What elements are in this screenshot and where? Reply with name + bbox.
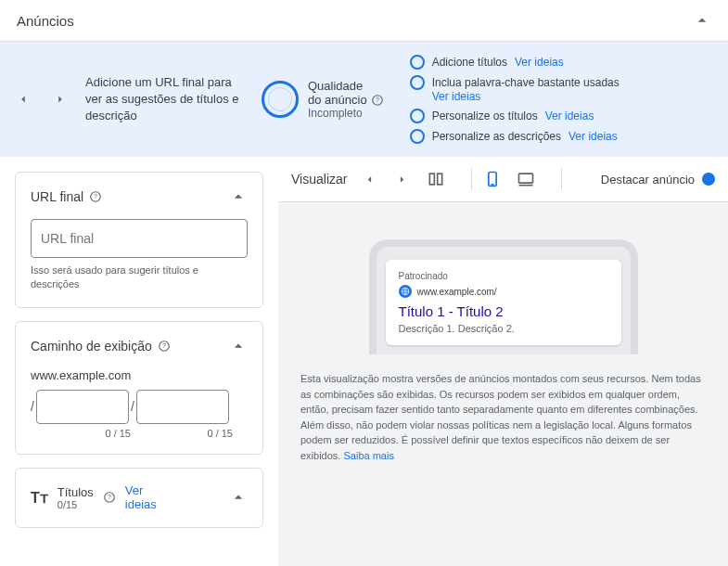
display-path-card: Caminho de exibição ? www.example.com / … — [15, 321, 263, 455]
help-icon[interactable]: ? — [89, 190, 102, 203]
svg-rect-9 — [438, 174, 442, 185]
path-input-2[interactable] — [136, 390, 229, 424]
collapse-icon[interactable] — [693, 11, 711, 30]
url-final-hint: Isso será usado para sugerir títulos e d… — [31, 264, 248, 292]
mobile-icon[interactable] — [483, 170, 502, 188]
ad-title: Título 1 - Título 2 — [399, 303, 608, 319]
radio-icon[interactable] — [410, 109, 425, 123]
suggestion-link[interactable]: Ver ideias — [432, 90, 481, 103]
svg-text:?: ? — [162, 342, 166, 349]
ad-preview-card: Patrocinado www.example.com/ Título 1 - … — [386, 260, 621, 345]
sponsored-label: Patrocinado — [399, 271, 608, 281]
path-counter-2: 0 / 15 — [140, 428, 233, 439]
svg-text:?: ? — [108, 495, 111, 501]
svg-text:?: ? — [376, 96, 379, 103]
quality-circle-icon — [262, 81, 299, 118]
suggestion-label: Personalize os títulos — [432, 109, 538, 122]
columns-icon[interactable] — [427, 170, 445, 188]
card-title: Caminho de exibição — [31, 339, 152, 354]
quality-status: Incompleto — [308, 107, 384, 120]
info-banner: Adicione um URL final para ver as sugest… — [0, 42, 728, 157]
titulos-card: Tᴛ Títulos 0/15 ? Ver ideias — [15, 468, 263, 528]
radio-icon[interactable] — [410, 75, 425, 90]
suggestions-list: Adicione títulos Ver ideias Inclua palav… — [410, 55, 619, 144]
path-counter-1: 0 / 15 — [38, 428, 131, 439]
suggestion-label: Inclua palavra-chave bastante usadas — [432, 76, 619, 89]
url-final-card: URL final ? Isso será usado para sugerir… — [15, 172, 263, 308]
right-column: Visualizar Destacar anúncio Patrocinado — [278, 157, 728, 566]
toolbar-divider — [471, 168, 472, 190]
phone-frame: Patrocinado www.example.com/ Título 1 - … — [369, 239, 638, 354]
ad-url: www.example.com/ — [417, 287, 497, 297]
titles-icon: Tᴛ — [31, 489, 48, 507]
suggestion-row: Personalize as descrições Ver ideias — [410, 129, 619, 144]
card-title: URL final — [31, 189, 83, 204]
main-content: URL final ? Isso será usado para sugerir… — [0, 157, 728, 566]
preview-disclaimer: Esta visualização mostra versões de anún… — [297, 354, 709, 463]
ad-description: Descrição 1. Descrição 2. — [399, 323, 608, 334]
toolbar-divider — [561, 168, 562, 190]
radio-icon[interactable] — [410, 129, 425, 144]
destacar-label: Destacar anúncio — [601, 173, 695, 187]
suggestion-link[interactable]: Ver ideias — [545, 109, 594, 122]
preview-toolbar: Visualizar Destacar anúncio — [278, 157, 728, 202]
path-input-1[interactable] — [36, 390, 129, 424]
destacar-toggle[interactable]: Destacar anúncio — [601, 173, 715, 187]
collapse-icon[interactable] — [229, 488, 248, 507]
quality-label-1: Qualidade — [308, 79, 363, 93]
suggestion-label: Adicione títulos — [432, 56, 507, 69]
suggestion-label: Personalize as descrições — [432, 130, 561, 143]
banner-instruction: Adicione um URL final para ver as sugest… — [85, 74, 243, 125]
quality-block: Qualidade do anúncio ? Incompleto — [262, 79, 384, 120]
ver-ideias-link[interactable]: Ver ideias — [125, 483, 157, 512]
preview-area: Patrocinado www.example.com/ Título 1 - … — [278, 202, 728, 566]
preview-title: Visualizar — [291, 172, 347, 187]
next-icon[interactable] — [54, 93, 67, 106]
section-header: Anúncios — [0, 0, 728, 42]
suggestion-row: Personalize os títulos Ver ideias — [410, 109, 619, 123]
banner-nav — [17, 93, 67, 106]
help-icon[interactable]: ? — [371, 94, 384, 107]
svg-rect-8 — [430, 174, 435, 185]
section-title: Anúncios — [17, 13, 74, 29]
desktop-icon[interactable] — [517, 170, 535, 188]
preview-next-icon[interactable] — [396, 174, 408, 186]
svg-text:?: ? — [94, 193, 97, 199]
url-final-input[interactable] — [31, 219, 248, 258]
slash-separator: / — [131, 399, 134, 414]
titulos-count: 0/15 — [57, 499, 94, 510]
slash-separator: / — [31, 399, 34, 414]
help-icon[interactable]: ? — [158, 340, 171, 353]
left-column: URL final ? Isso será usado para sugerir… — [0, 157, 278, 566]
svg-rect-12 — [519, 174, 533, 183]
toggle-icon — [702, 173, 715, 186]
prev-icon[interactable] — [17, 93, 30, 106]
radio-icon[interactable] — [410, 55, 425, 70]
suggestion-link[interactable]: Ver ideias — [515, 56, 564, 69]
suggestion-row: Inclua palavra-chave bastante usadas Ver… — [410, 75, 619, 103]
collapse-icon[interactable] — [229, 337, 248, 355]
globe-icon — [399, 285, 412, 298]
display-domain: www.example.com — [31, 368, 248, 382]
collapse-icon[interactable] — [229, 187, 248, 206]
suggestion-row: Adicione títulos Ver ideias — [410, 55, 619, 70]
help-icon[interactable]: ? — [103, 491, 116, 504]
titulos-label: Títulos — [57, 485, 94, 499]
quality-label-2: do anúncio — [308, 93, 367, 107]
preview-prev-icon[interactable] — [364, 174, 376, 186]
suggestion-link[interactable]: Ver ideias — [568, 130, 618, 143]
learn-more-link[interactable]: Saiba mais — [343, 450, 393, 461]
